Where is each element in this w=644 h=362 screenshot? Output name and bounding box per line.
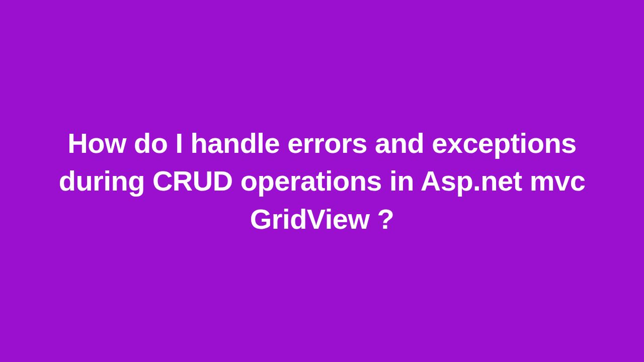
page-title: How do I handle errors and exceptions du… — [0, 124, 644, 238]
